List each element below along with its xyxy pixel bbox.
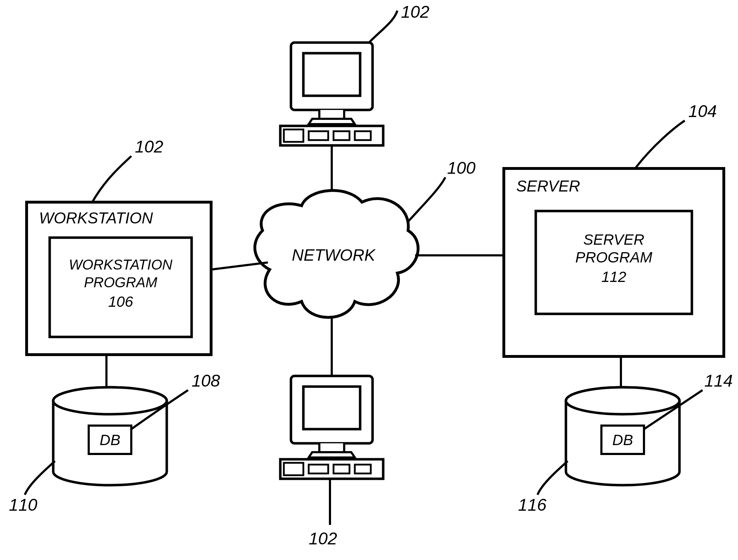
- svg-rect-16: [334, 465, 349, 473]
- callout-104: 104: [688, 102, 717, 121]
- network-label: NETWORK: [292, 246, 376, 264]
- callout-lead-workstation-left: [92, 156, 131, 202]
- workstation-db-cylinder: DB: [53, 387, 167, 485]
- link-workstation-network: [211, 262, 268, 270]
- svg-rect-12: [303, 387, 360, 429]
- bottom-workstation-pc: [280, 376, 383, 479]
- network-diagram: 102 NETWORK 100 WORKSTATION WORKSTATION …: [0, 0, 738, 560]
- callout-108: 108: [192, 371, 220, 390]
- workstation-db-label: DB: [100, 432, 120, 448]
- workstation-box: WORKSTATION WORKSTATION PROGRAM 106: [27, 202, 211, 355]
- svg-rect-14: [284, 463, 303, 475]
- top-workstation-pc: [280, 43, 383, 145]
- callout-102-bottom: 102: [309, 529, 337, 548]
- callout-102-top: 102: [401, 2, 429, 21]
- callout-114: 114: [704, 371, 733, 390]
- server-program-line2: PROGRAM: [575, 249, 652, 266]
- callout-100: 100: [447, 159, 475, 177]
- workstation-title: WORKSTATION: [39, 209, 153, 227]
- svg-point-9: [53, 387, 167, 414]
- workstation-program-line2: PROGRAM: [84, 275, 158, 290]
- server-db-label: DB: [612, 432, 633, 448]
- callout-lead-top-pc: [369, 11, 397, 43]
- workstation-program-num: 106: [108, 293, 133, 310]
- svg-rect-15: [309, 465, 328, 473]
- svg-rect-4: [309, 131, 328, 140]
- svg-rect-6: [355, 131, 371, 140]
- callout-116: 116: [518, 495, 546, 514]
- callout-110: 110: [9, 495, 37, 514]
- server-title: SERVER: [516, 177, 580, 195]
- server-program-line1: SERVER: [583, 231, 644, 248]
- callout-102-left: 102: [135, 137, 163, 156]
- workstation-program-line1: WORKSTATION: [69, 257, 172, 272]
- callout-lead-110: [25, 461, 55, 495]
- server-box: SERVER SERVER PROGRAM 112: [504, 168, 724, 356]
- server-program-num: 112: [601, 268, 626, 285]
- svg-point-20: [566, 387, 679, 414]
- svg-rect-3: [284, 129, 303, 142]
- callout-lead-server: [635, 121, 685, 168]
- svg-rect-5: [334, 131, 349, 140]
- server-db-cylinder: DB: [566, 387, 679, 485]
- svg-rect-1: [303, 53, 360, 96]
- callout-lead-network: [408, 177, 445, 222]
- callout-lead-116: [538, 461, 568, 495]
- svg-rect-17: [355, 465, 371, 473]
